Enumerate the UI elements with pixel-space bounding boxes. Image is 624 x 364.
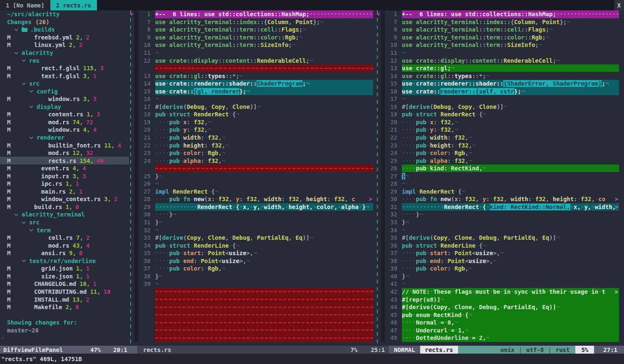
tree-file-CONTRIBUTING.md[interactable]: MCONTRIBUTING.md11,10 bbox=[0, 288, 129, 296]
code-line[interactable]: 18pub·struct·RenderRect·{¬ bbox=[129, 111, 376, 118]
code-line[interactable]: 24····pub·color:·Rgb,¬ bbox=[376, 149, 624, 157]
code-line[interactable]: 33#[derive(Copy,·Clone,·Debug,·PartialEq… bbox=[129, 234, 376, 242]
tree-file-mod.rs[interactable]: Mmod.rs12,32 bbox=[0, 149, 129, 157]
code-line[interactable]: 37····pub·color:·Rgb,¬ bbox=[129, 265, 376, 273]
tree-file-build.rs[interactable]: Mbuild.rs1,0 bbox=[0, 203, 129, 211]
code-line[interactable]: 28¬ bbox=[376, 180, 624, 188]
code-line[interactable]: 24····pub·alpha:·f32,¬ bbox=[129, 157, 376, 165]
code-line[interactable]: 23····pub·height:·f32,¬ bbox=[376, 141, 624, 149]
code-line[interactable]: 40}¬ bbox=[376, 273, 624, 280]
tree-file-window.rs[interactable]: Mwindow.rs4,4 bbox=[0, 126, 129, 134]
code-line[interactable]: 29impl·RenderRect·{¬ bbox=[376, 188, 624, 196]
code-line[interactable]: 26¬ bbox=[129, 180, 376, 188]
code-line[interactable]: 21····pub·width:·f32,¬ bbox=[129, 134, 376, 142]
code-line[interactable]: 19····pub·x:·f32,¬ bbox=[129, 118, 376, 126]
tree-dir-display[interactable]: display bbox=[0, 103, 129, 111]
code-line[interactable]: 7use·alacritty_terminal::index::{Column,… bbox=[129, 18, 376, 26]
code-line[interactable]: 9use·alacritty_terminal::term::color::Rg… bbox=[129, 34, 376, 42]
tree-file-window.rs[interactable]: Mwindow.rs3,3 bbox=[0, 95, 129, 103]
tree-dir-src[interactable]: src bbox=[0, 219, 129, 226]
code-line[interactable]: 13use·crate::gl::types::*;¬ bbox=[129, 72, 376, 80]
code-line[interactable]: 25}¬ bbox=[129, 172, 376, 180]
code-line[interactable]: 42//·NOTE:·These·flags·must·be·in·sync·w… bbox=[376, 288, 624, 296]
tree-file-linux.yml[interactable]: Mlinux.yml2,2 bbox=[0, 41, 129, 49]
close-icon[interactable]: X bbox=[614, 0, 624, 10]
code-line[interactable]: 13use·crate::gl;¬ bbox=[376, 64, 624, 72]
tree-dir-tests/ref/underline[interactable]: tests/ref/underline bbox=[0, 257, 129, 265]
code-line[interactable]: 12use·crate::display::content::Renderabl… bbox=[129, 57, 376, 64]
code-line[interactable]: 31}¬ bbox=[129, 219, 376, 226]
code-line[interactable]: 28····pub·fn·new(x:·f32,·y:·f32,·width:·… bbox=[129, 195, 376, 203]
tree-dir-term[interactable]: term bbox=[0, 226, 129, 234]
code-line[interactable]: 43#[repr(u8)]¬ bbox=[376, 295, 624, 303]
tree-dir-res[interactable]: res bbox=[0, 57, 129, 64]
code-line[interactable]: 23····pub·color:·Rgb,¬ bbox=[129, 149, 376, 157]
code-line[interactable]: 26····pub·kind:·RectKind,¬ bbox=[376, 165, 624, 172]
tab-no-name[interactable]: 1 [No Name] bbox=[0, 0, 50, 10]
tree-dir-alacritty[interactable]: alacritty bbox=[0, 49, 129, 57]
code-line[interactable]: +1+-- 6 lines: use std::collections::Has… bbox=[376, 10, 624, 18]
code-line[interactable]: 48····DottedUnderline·=·2,¬ bbox=[376, 334, 624, 342]
tree-file-builtin_font.rs[interactable]: Mbuiltin_font.rs11,4 bbox=[0, 141, 129, 149]
code-line[interactable]: 22····pub·height:·f32,¬ bbox=[129, 141, 376, 149]
code-line[interactable]: 20····pub·y:·f32,¬ bbox=[129, 126, 376, 134]
code-line[interactable]: 39¬ bbox=[129, 280, 376, 288]
code-line[interactable]: 7use·alacritty_terminal::index::{Column,… bbox=[376, 18, 624, 26]
tree-file-window_context.rs[interactable]: Mwindow_context.rs3,2 bbox=[0, 195, 129, 203]
code-line[interactable]: 14use·crate::gl::types::*;¬ bbox=[376, 72, 624, 80]
code-line[interactable]: 9use·alacritty_terminal::term::color::Rg… bbox=[376, 34, 624, 42]
code-line[interactable]: 12use·crate::display::content::Renderabl… bbox=[376, 57, 624, 64]
tab-rects-rs[interactable]: 2 rects.rs bbox=[50, 0, 97, 10]
code-line[interactable]: 8use·alacritty_terminal::term::cell::Fla… bbox=[376, 26, 624, 34]
code-line[interactable]: 36····pub·end:·Point<usize>,¬ bbox=[129, 257, 376, 265]
tree-file-freebsd.yml[interactable]: Mfreebsd.yml2,2 bbox=[0, 34, 129, 42]
tree-dir-.builds[interactable]: .builds bbox=[0, 26, 129, 34]
code-line[interactable]: 31············RenderRect·{·kind:·RectKin… bbox=[376, 203, 624, 211]
code-line[interactable]: 44#[derive(Copy,·Clone,·Debug,·PartialEq… bbox=[376, 303, 624, 311]
code-line[interactable]: 45pub·enum·RectKind·{¬ bbox=[376, 311, 624, 319]
code-line[interactable]: 33}¬ bbox=[376, 219, 624, 226]
tree-file-mod.rs[interactable]: Mmod.rs43,4 bbox=[0, 241, 129, 249]
code-line[interactable]: 10use·alacritty_terminal::term::SizeInfo… bbox=[376, 41, 624, 49]
tree-file-ansi.rs[interactable]: Mansi.rs9,0 bbox=[0, 249, 129, 257]
code-line[interactable]: 47····Undercurl·=·1,¬ bbox=[376, 326, 624, 334]
code-line[interactable]: 30····}¬ bbox=[129, 211, 376, 219]
code-line[interactable]: 30····pub·fn·new(x:·f32,·y:·f32,·width:·… bbox=[376, 195, 624, 203]
code-line[interactable]: +1+-- 6 lines: use std::collections::Has… bbox=[129, 10, 376, 18]
tree-file-CHANGELOG.md[interactable]: MCHANGELOG.md16,1 bbox=[0, 280, 129, 288]
code-line[interactable]: 38}¬ bbox=[129, 273, 376, 280]
code-line[interactable]: 17#[derive(Debug,·Copy,·Clone)]¬ bbox=[129, 103, 376, 111]
code-line[interactable]: 32¬ bbox=[129, 226, 376, 234]
code-line[interactable]: 46····Normal·=·0,¬ bbox=[376, 319, 624, 327]
tree-file-text.f.glsl[interactable]: Mtext.f.glsl3,1 bbox=[0, 72, 129, 80]
code-line[interactable]: 27}¬ bbox=[376, 172, 624, 180]
tree-file-INSTALL.md[interactable]: MINSTALL.md13,2 bbox=[0, 295, 129, 303]
code-line[interactable]: 35#[derive(Copy,·Clone,·Debug,·PartialEq… bbox=[376, 234, 624, 242]
code-line[interactable]: 11¬ bbox=[376, 49, 624, 57]
code-line[interactable]: 21····pub·y:·f32,¬ bbox=[376, 126, 624, 134]
code-line[interactable]: 25····pub·alpha:·f32,¬ bbox=[376, 157, 624, 165]
tree-dir-alacritty_terminal[interactable]: alacritty_terminal bbox=[0, 211, 129, 219]
code-line[interactable]: 15use·crate::{gl,·renderer};¬ bbox=[129, 87, 376, 95]
tree-file-ipc.rs[interactable]: Mipc.rs1,1 bbox=[0, 180, 129, 188]
code-line[interactable]: 17¬ bbox=[376, 95, 624, 103]
tree-file-rect.f.glsl[interactable]: Mrect.f.glsl115,3 bbox=[0, 64, 129, 72]
code-line[interactable]: 27impl·RenderRect·{¬ bbox=[129, 188, 376, 196]
tree-file-grid.json[interactable]: Mgrid.json1,1 bbox=[0, 265, 129, 273]
code-line[interactable]: 34pub·struct·RenderLine·{¬ bbox=[129, 241, 376, 249]
tree-file-content.rs[interactable]: Mcontent.rs1,3 bbox=[0, 111, 129, 118]
tree-file-event.rs[interactable]: Mevent.rs4,4 bbox=[0, 165, 129, 172]
fold-closed-icon[interactable]: + bbox=[376, 10, 381, 18]
code-line[interactable]: 16use·crate::renderer::{self,·cstr};¬ bbox=[376, 87, 624, 95]
tree-dir-config[interactable]: config bbox=[0, 87, 129, 95]
code-line[interactable]: 29············RenderRect·{·x,·y,·width,·… bbox=[129, 203, 376, 211]
code-line[interactable]: 39····pub·color:·Rgb,¬ bbox=[376, 265, 624, 273]
fold-closed-icon[interactable]: + bbox=[129, 10, 134, 18]
code-line[interactable]: 16¬ bbox=[129, 95, 376, 103]
code-line[interactable]: 41¬ bbox=[376, 280, 624, 288]
code-line[interactable]: 38····pub·end:·Point<usize>,¬ bbox=[376, 257, 624, 265]
code-line[interactable]: 19pub·struct·RenderRect·{¬ bbox=[376, 111, 624, 118]
code-line[interactable]: 20····pub·x:·f32,¬ bbox=[376, 118, 624, 126]
tree-file-main.rs[interactable]: Mmain.rs2,1 bbox=[0, 188, 129, 196]
tree-dir-src[interactable]: src bbox=[0, 80, 129, 88]
